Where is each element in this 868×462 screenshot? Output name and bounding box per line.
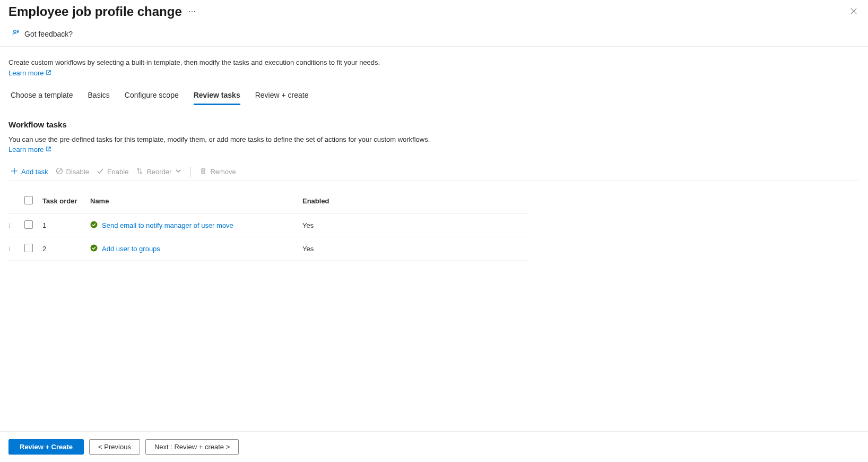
chevron-down-icon: [175, 167, 182, 176]
col-task-order[interactable]: Task order: [38, 191, 86, 214]
svg-point-2: [91, 221, 98, 228]
plus-icon: [11, 167, 18, 176]
learn-more-link[interactable]: Learn more: [8, 69, 51, 77]
cell-order: 2: [38, 237, 86, 261]
reorder-label: Reorder: [146, 168, 171, 176]
learn-more-label: Learn more: [8, 69, 44, 77]
external-link-icon: [46, 69, 51, 77]
task-name-link[interactable]: Send email to notify manager of user mov…: [102, 221, 233, 229]
col-drag: [8, 191, 20, 214]
remove-label: Remove: [210, 168, 236, 176]
tasks-toolbar: Add task Disable Enable Reorder: [8, 163, 860, 181]
table-row: ⁞ 2 Add user to groups Yes: [8, 237, 528, 261]
wizard-tabs: Choose a template Basics Configure scope…: [8, 88, 860, 105]
reorder-button[interactable]: Reorder: [136, 166, 182, 177]
page-title-row: Employee job profile change ⋯: [8, 4, 196, 19]
section-heading: Workflow tasks: [8, 120, 860, 129]
svg-point-3: [91, 245, 98, 252]
svg-point-0: [14, 30, 16, 33]
disable-icon: [56, 167, 63, 176]
cell-enabled: Yes: [298, 214, 528, 237]
enable-label: Enable: [107, 168, 128, 176]
external-link-icon: [46, 146, 51, 153]
disable-label: Disable: [66, 168, 89, 176]
table-row: ⁞ 1 Send email to notify manager of user…: [8, 214, 528, 237]
col-enabled[interactable]: Enabled: [298, 191, 528, 214]
remove-button[interactable]: Remove: [199, 166, 236, 177]
page-title: Employee job profile change: [8, 4, 182, 19]
drag-handle-icon[interactable]: ⁞: [8, 245, 11, 253]
tab-review-create[interactable]: Review + create: [255, 88, 309, 105]
row-checkbox[interactable]: [24, 244, 33, 252]
previous-button[interactable]: < Previous: [89, 439, 140, 455]
enable-button[interactable]: Enable: [97, 166, 128, 177]
tab-choose-template[interactable]: Choose a template: [11, 88, 73, 105]
tab-configure-scope[interactable]: Configure scope: [125, 88, 179, 105]
close-icon[interactable]: [848, 5, 860, 19]
success-icon: [90, 221, 98, 230]
success-icon: [90, 244, 98, 253]
task-name-link[interactable]: Add user to groups: [102, 245, 160, 253]
feedback-label: Got feedback?: [24, 30, 73, 38]
section-learn-more-label: Learn more: [8, 146, 44, 153]
review-create-button[interactable]: Review + Create: [8, 439, 84, 455]
cell-order: 1: [38, 214, 86, 237]
table-header-row: Task order Name Enabled: [8, 191, 528, 214]
more-actions-icon[interactable]: ⋯: [188, 7, 196, 16]
add-task-label: Add task: [21, 168, 48, 176]
section-description: You can use the pre-defined tasks for th…: [8, 134, 860, 145]
next-button[interactable]: Next : Review + create >: [145, 439, 239, 455]
check-icon: [97, 167, 104, 176]
row-checkbox[interactable]: [24, 220, 33, 229]
disable-button[interactable]: Disable: [56, 166, 89, 177]
add-task-button[interactable]: Add task: [11, 166, 48, 177]
cell-name: Send email to notify manager of user mov…: [90, 221, 294, 230]
reorder-icon: [136, 167, 143, 176]
footer-actions: Review + Create < Previous Next : Review…: [0, 431, 868, 462]
main-content: Create custom workflows by selecting a b…: [0, 47, 868, 261]
cell-name: Add user to groups: [90, 244, 294, 253]
drag-handle-icon[interactable]: ⁞: [8, 222, 11, 229]
tab-basics[interactable]: Basics: [88, 88, 110, 105]
col-checkbox: [20, 191, 38, 214]
feedback-link[interactable]: Got feedback?: [0, 19, 868, 47]
feedback-icon: [12, 29, 20, 39]
select-all-checkbox[interactable]: [24, 196, 33, 204]
page-header: Employee job profile change ⋯: [0, 0, 868, 19]
cell-enabled: Yes: [298, 237, 528, 261]
intro-text: Create custom workflows by selecting a b…: [8, 57, 860, 68]
toolbar-separator: [190, 167, 191, 177]
tab-review-tasks[interactable]: Review tasks: [194, 88, 240, 105]
col-name[interactable]: Name: [86, 191, 298, 214]
section-learn-more-link[interactable]: Learn more: [8, 146, 51, 153]
trash-icon: [199, 167, 207, 176]
tasks-table: Task order Name Enabled ⁞ 1 Send email t…: [8, 191, 528, 261]
